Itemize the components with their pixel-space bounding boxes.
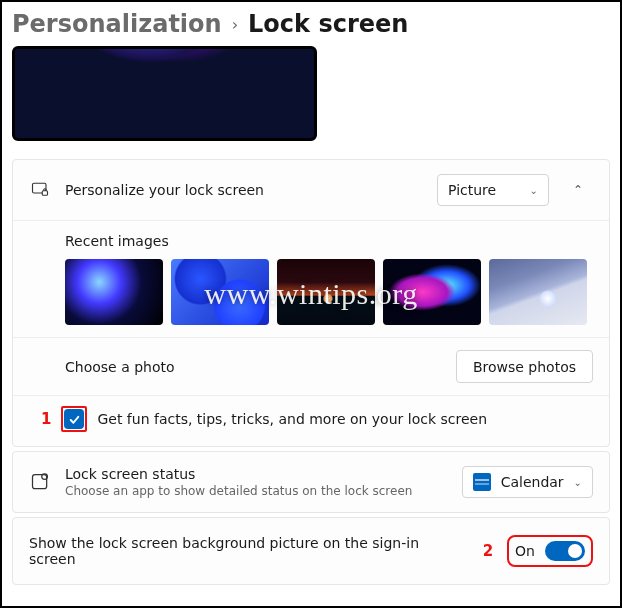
chevron-right-icon: › <box>232 15 238 34</box>
fun-facts-checkbox[interactable] <box>64 409 84 429</box>
background-type-value: Picture <box>448 182 496 198</box>
background-type-select[interactable]: Picture ⌄ <box>437 174 549 206</box>
chevron-down-icon: ⌄ <box>574 477 582 488</box>
svg-rect-2 <box>33 475 47 489</box>
status-icon <box>29 471 51 493</box>
breadcrumb-current: Lock screen <box>248 10 408 38</box>
personalize-card: Personalize your lock screen Picture ⌄ ⌃… <box>12 159 610 447</box>
preview-artwork <box>15 46 314 108</box>
status-title: Lock screen status <box>65 466 448 482</box>
picture-lock-icon <box>29 179 51 201</box>
annotation-number-2: 2 <box>483 542 493 560</box>
collapse-button[interactable]: ⌃ <box>563 175 593 205</box>
choose-photo-label: Choose a photo <box>65 359 175 375</box>
recent-image-thumb[interactable] <box>489 259 587 325</box>
personalize-title: Personalize your lock screen <box>65 182 423 198</box>
choose-photo-row: Choose a photo Browse photos <box>13 337 609 395</box>
browse-photos-button[interactable]: Browse photos <box>456 350 593 383</box>
status-app-select[interactable]: Calendar ⌄ <box>462 466 593 498</box>
recent-images-row <box>65 259 593 325</box>
chevron-down-icon: ⌄ <box>530 185 538 196</box>
toggle-state-label: On <box>515 543 535 559</box>
annotation-box-2: On <box>507 535 593 567</box>
signin-picture-label: Show the lock screen background picture … <box>29 535 469 567</box>
recent-images-label: Recent images <box>65 233 593 249</box>
annotation-box-1 <box>61 406 87 432</box>
calendar-icon <box>473 473 491 491</box>
svg-rect-1 <box>42 191 47 196</box>
recent-image-thumb[interactable] <box>171 259 269 325</box>
signin-picture-toggle[interactable] <box>545 541 585 561</box>
status-card: Lock screen status Choose an app to show… <box>12 451 610 513</box>
fun-facts-label: Get fun facts, tips, tricks, and more on… <box>97 411 487 427</box>
status-app-value: Calendar <box>501 474 564 490</box>
annotation-number-1: 1 <box>41 410 51 428</box>
personalize-header: Personalize your lock screen Picture ⌄ ⌃ <box>13 160 609 220</box>
chevron-up-icon: ⌃ <box>573 183 583 197</box>
recent-images-section: Recent images <box>13 220 609 337</box>
fun-facts-row: 1 Get fun facts, tips, tricks, and more … <box>13 395 609 446</box>
status-subtitle: Choose an app to show detailed status on… <box>65 484 448 498</box>
signin-picture-row: Show the lock screen background picture … <box>12 517 610 585</box>
recent-image-thumb[interactable] <box>383 259 481 325</box>
status-header: Lock screen status Choose an app to show… <box>13 452 609 512</box>
lock-screen-preview <box>12 46 317 141</box>
recent-image-thumb[interactable] <box>277 259 375 325</box>
browse-photos-label: Browse photos <box>473 359 576 375</box>
breadcrumb: Personalization › Lock screen <box>12 4 610 46</box>
breadcrumb-parent[interactable]: Personalization <box>12 10 222 38</box>
recent-image-thumb[interactable] <box>65 259 163 325</box>
